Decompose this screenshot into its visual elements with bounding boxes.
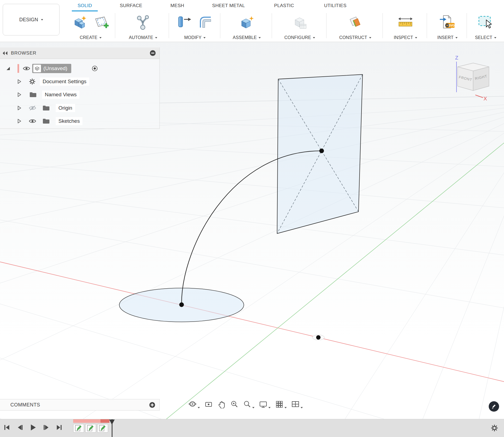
timeline-feature-sketch1[interactable]: [73, 424, 84, 433]
chevron-down-icon: [455, 37, 458, 38]
document-root-node[interactable]: (Unsaved): [32, 64, 71, 73]
browser-title: BROWSER: [11, 50, 36, 56]
orbit-button[interactable]: [188, 400, 200, 408]
plane-center-point[interactable]: [319, 149, 324, 153]
chevron-down-icon: [369, 37, 371, 38]
select-button[interactable]: [477, 13, 494, 32]
sketches-label[interactable]: Sketches: [56, 117, 82, 125]
configure-button[interactable]: [291, 13, 309, 32]
assemble-component-button[interactable]: [238, 13, 256, 32]
expand-triangle-icon[interactable]: [17, 119, 21, 123]
visibility-eye-icon[interactable]: [29, 118, 36, 124]
sketch-plane[interactable]: [277, 74, 363, 234]
assemble-menu[interactable]: ASSEMBLE: [233, 34, 261, 41]
ribbon-toolbar: DESIGN SOLID SURFACE MESH SHEET METAL PL…: [0, 0, 504, 42]
chevron-down-icon: [268, 407, 271, 408]
construction-plane-button[interactable]: [346, 13, 364, 32]
tab-mesh[interactable]: MESH: [167, 1, 188, 11]
collapse-panel-icon[interactable]: [2, 51, 8, 56]
insert-svg-icon: SVG: [439, 14, 456, 31]
add-comment-icon[interactable]: [149, 402, 155, 408]
timeline-feature-sketch3[interactable]: [97, 424, 108, 433]
tab-plastic[interactable]: PLASTIC: [270, 1, 298, 11]
tab-sheet-metal[interactable]: SHEET METAL: [205, 1, 252, 11]
inspect-menu[interactable]: INSPECT: [394, 34, 417, 41]
create-sketch-button[interactable]: [93, 13, 110, 32]
grid-snap-button[interactable]: [275, 400, 287, 408]
group-insert: SVG INSERT: [429, 12, 466, 41]
group-separator: [467, 13, 467, 38]
insert-menu[interactable]: INSERT: [437, 34, 458, 41]
sketch-feature-icon: [97, 424, 108, 433]
workspace-switcher-label: DESIGN: [19, 17, 38, 23]
expand-triangle-icon[interactable]: [17, 106, 21, 110]
construct-plane-icon: [347, 14, 364, 31]
chevron-down-icon: [198, 407, 200, 408]
visibility-eye-icon[interactable]: [23, 66, 30, 71]
comments-bar: COMMENTS: [0, 399, 160, 411]
construct-menu-label: CONSTRUCT: [339, 35, 367, 40]
measure-button[interactable]: [397, 13, 414, 32]
configure-menu[interactable]: CONFIGURE: [284, 34, 315, 41]
create-menu[interactable]: CREATE: [80, 34, 102, 41]
activate-component-radio[interactable]: [92, 65, 98, 71]
press-pull-button[interactable]: [176, 13, 193, 32]
pan-button[interactable]: [217, 400, 226, 408]
browser-display-settings-icon[interactable]: [150, 50, 156, 56]
viewcube-x-label: X: [484, 96, 487, 101]
browser-item-root: (Unsaved): [0, 62, 159, 75]
inspect-menu-label: INSPECT: [394, 35, 413, 40]
origin-point[interactable]: [312, 335, 324, 340]
modify-menu[interactable]: MODIFY: [184, 34, 206, 41]
tab-utilities[interactable]: UTILITIES: [319, 1, 352, 11]
skip-to-end-button[interactable]: [56, 424, 63, 431]
visibility-eye-off-icon[interactable]: [29, 105, 36, 111]
zoom-window-button[interactable]: [243, 400, 254, 408]
look-at-button[interactable]: [204, 400, 213, 408]
select-menu-label: SELECT: [475, 35, 492, 40]
circle-center-point[interactable]: [179, 303, 184, 307]
tab-surface[interactable]: SURFACE: [116, 1, 146, 11]
browser-panel: BROWSER (Unsaved): [0, 47, 160, 129]
automate-menu[interactable]: AUTOMATE: [129, 34, 157, 41]
chevron-down-icon: [259, 37, 261, 38]
timeline-feature-sketch2[interactable]: [85, 424, 96, 433]
group-create: CREATE: [67, 12, 115, 41]
viewports-button[interactable]: [291, 400, 303, 408]
workspace-switcher-button[interactable]: DESIGN: [3, 4, 60, 35]
construct-menu[interactable]: CONSTRUCT: [339, 34, 371, 41]
insert-svg-button[interactable]: SVG: [439, 13, 456, 32]
assistant-button[interactable]: [489, 401, 499, 412]
browser-header: BROWSER: [0, 47, 159, 59]
select-menu[interactable]: SELECT: [475, 34, 496, 41]
play-button[interactable]: [29, 424, 37, 431]
display-settings-button[interactable]: [259, 400, 271, 408]
view-cube[interactable]: Z FRONT RIGHT X: [449, 53, 498, 105]
document-settings-label[interactable]: Document Settings: [40, 77, 89, 86]
origin-label[interactable]: Origin: [56, 104, 75, 112]
automate-button[interactable]: [134, 13, 152, 32]
timeline-position-marker[interactable]: [109, 419, 115, 425]
step-back-button[interactable]: [16, 424, 23, 431]
tab-solid[interactable]: SOLID: [72, 1, 98, 11]
fillet-button[interactable]: [197, 13, 214, 32]
chevron-down-icon: [494, 37, 496, 38]
expand-triangle-icon[interactable]: [17, 79, 21, 84]
new-component-button[interactable]: [71, 13, 89, 32]
selection-marker: [17, 64, 19, 73]
expand-triangle-icon[interactable]: [7, 67, 10, 70]
named-views-label[interactable]: Named Views: [42, 91, 79, 99]
zoom-button[interactable]: [230, 400, 238, 408]
step-forward-button[interactable]: [43, 424, 50, 431]
timeline-rollback-bar-end[interactable]: [100, 419, 109, 423]
group-select: SELECT: [469, 12, 502, 41]
group-construct: CONSTRUCT: [329, 12, 382, 41]
timeline-settings-gear-icon[interactable]: [490, 424, 499, 432]
chevron-down-icon: [155, 37, 157, 38]
skip-to-start-button[interactable]: [3, 424, 10, 431]
expand-triangle-icon[interactable]: [17, 92, 21, 97]
orbit-icon: [188, 400, 197, 408]
group-assemble: ASSEMBLE: [223, 12, 271, 41]
automate-menu-label: AUTOMATE: [129, 35, 153, 40]
group-separator: [326, 13, 327, 38]
